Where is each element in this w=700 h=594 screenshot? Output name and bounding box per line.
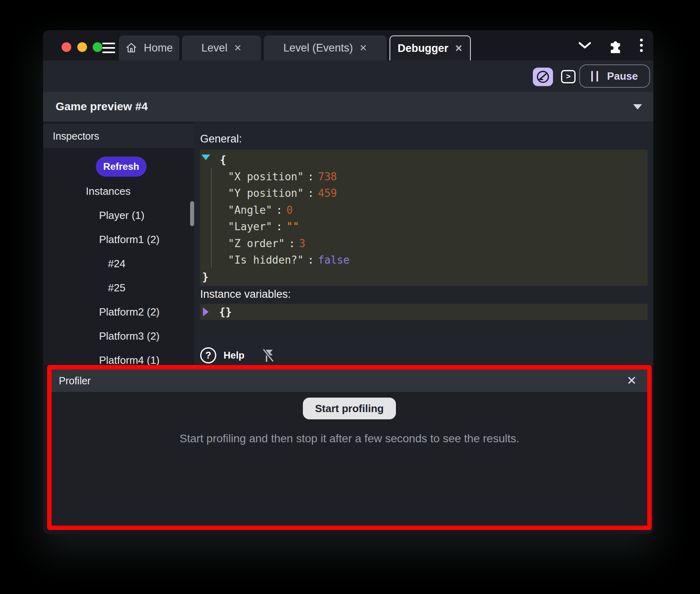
tab-level[interactable]: Level ✕ <box>182 35 261 60</box>
pause-button-label: Pause <box>607 70 638 82</box>
empty-object-literal: {} <box>219 306 232 318</box>
start-profiling-button[interactable]: Start profiling <box>303 398 396 419</box>
profiler-title: Profiler <box>59 375 91 387</box>
property-key: X position <box>228 171 304 183</box>
instance-detail-panel: General: { X position:738 Y position:459… <box>194 122 653 365</box>
chevron-down-icon[interactable] <box>578 41 592 50</box>
instance-variables-label: Instance variables: <box>200 288 648 301</box>
tree-item-platform4[interactable]: Platform4 (1) <box>43 348 194 365</box>
indent-guide <box>211 168 211 268</box>
close-tab-icon[interactable]: ✕ <box>455 44 462 53</box>
instance-variables-view: {} <box>200 304 648 320</box>
tab-label: Home <box>144 42 173 54</box>
tree-item-platform2[interactable]: Platform2 (2) <box>43 300 194 324</box>
property-value: "" <box>286 221 299 233</box>
debugger-content: Inspectors Refresh Instances Player (1) … <box>43 122 653 365</box>
profiler-description: Start profiling and then stop it after a… <box>52 432 647 445</box>
tree-item-instance-25[interactable]: #25 <box>43 276 194 300</box>
pause-icon <box>591 71 598 82</box>
json-property-row: Angle:0 <box>200 202 648 219</box>
json-property-row: Layer:"" <box>200 219 648 235</box>
json-property-row: Is hidden?:false <box>200 252 648 269</box>
property-value: false <box>318 254 350 266</box>
profiler-panel: Profiler ✕ Start profiling Start profili… <box>47 365 652 530</box>
general-section-label: General: <box>200 133 648 146</box>
dropdown-caret-icon[interactable] <box>633 104 642 109</box>
help-icon[interactable]: ? <box>200 347 216 363</box>
property-key: Z order <box>228 237 285 250</box>
json-open-brace: { <box>200 152 648 169</box>
help-label[interactable]: Help <box>224 350 244 361</box>
json-close-brace: } <box>200 269 648 286</box>
tab-bar: Home Level ✕ Level (Events) ✕ Debugger ✕ <box>119 35 471 60</box>
refresh-button[interactable]: Refresh <box>96 157 147 177</box>
pause-button[interactable]: Pause <box>579 64 650 88</box>
property-value: 3 <box>299 237 306 250</box>
flag-off-icon[interactable] <box>261 346 275 364</box>
expand-triangle-icon[interactable] <box>203 307 209 316</box>
property-key: Y position <box>228 187 304 199</box>
json-property-row: Y position:459 <box>200 185 648 202</box>
tab-label: Debugger <box>398 42 448 55</box>
json-property-row: X position:738 <box>200 169 648 186</box>
app-window: Home Level ✕ Level (Events) ✕ Debugger ✕ <box>43 30 653 534</box>
scrollbar-thumb[interactable] <box>190 201 194 226</box>
general-json-view: { X position:738 Y position:459 Angle:0 … <box>200 150 648 286</box>
traffic-light-zoom-button[interactable] <box>93 42 102 52</box>
property-value: 738 <box>318 171 337 183</box>
console-icon[interactable]: > <box>561 70 576 83</box>
titlebar-right-controls <box>578 30 653 60</box>
extensions-puzzle-icon[interactable] <box>608 38 623 53</box>
property-key: Layer <box>228 221 272 233</box>
property-value: 0 <box>286 204 293 216</box>
console-glyph: > <box>566 72 570 81</box>
tab-label: Level <box>201 42 228 54</box>
profiler-header: Profiler ✕ <box>52 369 647 392</box>
property-key: Is hidden? <box>228 254 304 266</box>
tree-item-player[interactable]: Player (1) <box>43 203 194 227</box>
tree-item-platform3[interactable]: Platform3 (2) <box>43 324 194 348</box>
tab-home[interactable]: Home <box>119 35 179 60</box>
inspectors-header: Inspectors <box>43 124 194 148</box>
help-row: ? Help <box>200 346 648 364</box>
traffic-light-close-button[interactable] <box>62 42 71 52</box>
json-property-row: Z order:3 <box>200 235 648 252</box>
tab-label: Level (Events) <box>284 42 353 54</box>
titlebar: Home Level ✕ Level (Events) ✕ Debugger ✕ <box>43 30 653 60</box>
traffic-light-minimize-button[interactable] <box>77 42 87 52</box>
close-tab-icon[interactable]: ✕ <box>234 43 242 53</box>
close-tab-icon[interactable]: ✕ <box>359 43 367 53</box>
game-preview-title: Game preview #4 <box>56 100 148 113</box>
inspectors-panel: Inspectors Refresh Instances Player (1) … <box>43 122 194 365</box>
tree-item-instances[interactable]: Instances <box>43 179 194 203</box>
tree-item-instance-24[interactable]: #24 <box>43 252 194 276</box>
property-key: Angle <box>228 204 272 216</box>
home-icon <box>125 42 137 54</box>
property-value: 459 <box>318 187 337 199</box>
profiler-body: Start profiling Start profiling and then… <box>52 392 647 445</box>
tab-debugger[interactable]: Debugger ✕ <box>389 35 471 60</box>
hamburger-menu-icon[interactable] <box>102 43 115 53</box>
kebab-menu-icon[interactable] <box>639 38 644 53</box>
collapse-triangle-icon[interactable] <box>201 155 210 160</box>
profiler-gauge-icon[interactable] <box>533 68 553 86</box>
debugger-toolbar: > Pause <box>43 60 653 92</box>
tab-level-events[interactable]: Level (Events) ✕ <box>264 35 387 60</box>
close-icon[interactable]: ✕ <box>627 375 637 387</box>
inspectors-tree: Instances Player (1) Platform1 (2) #24 #… <box>43 179 194 365</box>
tree-item-platform1[interactable]: Platform1 (2) <box>43 227 194 252</box>
game-preview-bar[interactable]: Game preview #4 <box>43 92 653 122</box>
